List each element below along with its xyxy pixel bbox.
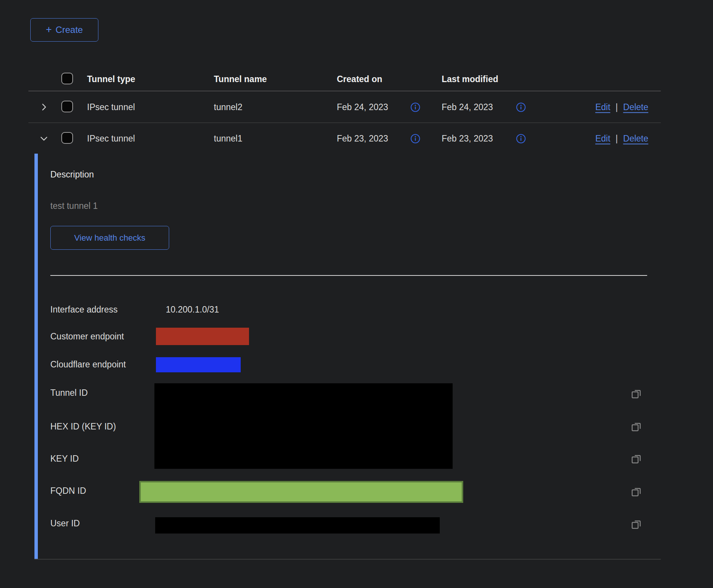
create-button-label: Create <box>56 25 83 35</box>
tunnel-name-cell: tunnel2 <box>214 102 242 112</box>
tunnel-type-cell: IPsec tunnel <box>87 134 135 144</box>
column-header-last-modified: Last modified <box>442 74 498 84</box>
delete-link[interactable]: Delete <box>623 102 648 112</box>
hex-id-label: HEX ID (KEY ID) <box>50 422 116 432</box>
user-id-redaction <box>155 517 440 534</box>
tunnel-id-label: Tunnel ID <box>50 388 88 398</box>
create-button[interactable]: + Create <box>30 18 98 42</box>
ipsec-tunnels-page: + Create Tunnel type Tunnel name Created… <box>0 0 713 588</box>
row-checkbox[interactable] <box>61 101 73 112</box>
actions-separator: | <box>616 102 618 112</box>
created-on-cell: Feb 24, 2023 <box>337 102 388 112</box>
column-header-tunnel-type: Tunnel type <box>87 74 135 84</box>
column-header-tunnel-name: Tunnel name <box>214 74 267 84</box>
row-checkbox[interactable] <box>61 132 73 144</box>
edit-link[interactable]: Edit <box>595 134 610 144</box>
fqdn-id-redaction <box>139 481 463 503</box>
copy-icon[interactable] <box>630 453 642 464</box>
cloudflare-endpoint-redaction <box>156 357 241 372</box>
interface-address-value: 10.200.1.0/31 <box>166 305 219 315</box>
header-divider <box>28 91 661 91</box>
tunnel-name-cell: tunnel1 <box>214 134 242 144</box>
column-header-created-on: Created on <box>337 74 382 84</box>
select-all-checkbox[interactable] <box>61 73 73 84</box>
customer-endpoint-redaction <box>156 328 249 345</box>
delete-link[interactable]: Delete <box>623 134 648 144</box>
section-divider <box>50 275 647 276</box>
copy-icon[interactable] <box>630 421 642 432</box>
tunnel-type-cell: IPsec tunnel <box>87 102 135 112</box>
cloudflare-endpoint-label: Cloudflare endpoint <box>50 359 126 370</box>
key-id-label: KEY ID <box>50 454 79 464</box>
plus-icon: + <box>46 25 52 35</box>
copy-icon[interactable] <box>630 486 642 497</box>
copy-icon[interactable] <box>630 388 642 399</box>
view-health-checks-button[interactable]: View health checks <box>50 226 169 250</box>
last-modified-cell: Feb 23, 2023 <box>442 134 493 144</box>
customer-endpoint-label: Customer endpoint <box>50 331 124 342</box>
expanded-row-indicator-bar <box>34 154 38 559</box>
info-icon[interactable] <box>516 134 526 144</box>
ids-redaction-block <box>154 383 453 469</box>
expanded-section-bottom-border <box>34 559 661 560</box>
description-value: test tunnel 1 <box>50 201 98 211</box>
info-icon[interactable] <box>516 102 526 112</box>
copy-icon[interactable] <box>630 518 642 530</box>
fqdn-id-label: FQDN ID <box>50 486 86 496</box>
last-modified-cell: Feb 24, 2023 <box>442 102 493 112</box>
description-label: Description <box>50 170 94 180</box>
collapse-chevron-icon[interactable] <box>39 134 49 143</box>
created-on-cell: Feb 23, 2023 <box>337 134 388 144</box>
view-health-checks-label: View health checks <box>74 233 145 243</box>
user-id-label: User ID <box>50 518 80 529</box>
info-icon[interactable] <box>410 102 420 112</box>
actions-separator: | <box>616 134 618 144</box>
info-icon[interactable] <box>410 134 420 144</box>
row-divider <box>28 123 661 123</box>
expand-chevron-icon[interactable] <box>39 102 49 112</box>
edit-link[interactable]: Edit <box>595 102 610 112</box>
row-actions: Edit | Delete <box>595 102 648 112</box>
row-actions: Edit | Delete <box>595 134 648 144</box>
interface-address-label: Interface address <box>50 305 118 315</box>
